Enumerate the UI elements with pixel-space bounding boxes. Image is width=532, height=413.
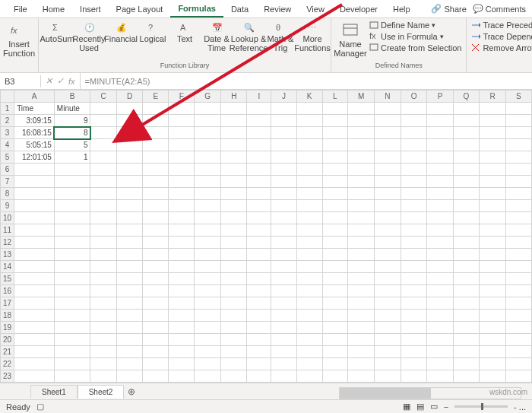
cell-M16[interactable] [348, 285, 375, 297]
cell-N12[interactable] [375, 237, 401, 249]
cell-A8[interactable] [14, 188, 55, 200]
library-logical-button[interactable]: ?Logical [138, 20, 168, 43]
cell-N5[interactable] [375, 151, 401, 164]
cell-P15[interactable] [427, 273, 453, 285]
cell-D11[interactable] [116, 224, 142, 237]
cell-B10[interactable] [54, 212, 90, 224]
cell-A5[interactable]: 12:01:05 [14, 151, 55, 164]
cell-R11[interactable] [480, 224, 505, 237]
cell-I2[interactable] [247, 115, 271, 127]
cell-N10[interactable] [375, 212, 401, 224]
cell-K20[interactable] [296, 334, 322, 346]
cell-I20[interactable] [247, 334, 271, 346]
cell-B6[interactable] [54, 164, 90, 176]
cell-H20[interactable] [221, 334, 247, 346]
row-header-15[interactable]: 15 [1, 273, 14, 285]
cell-L10[interactable] [322, 212, 347, 224]
cell-L6[interactable] [322, 164, 347, 176]
cell-Q16[interactable] [453, 285, 480, 297]
cell-D20[interactable] [116, 334, 142, 346]
cell-O8[interactable] [401, 188, 427, 200]
cell-O2[interactable] [401, 115, 427, 127]
library-math-trig-button[interactable]: θMath & Trig [265, 20, 296, 52]
cell-I19[interactable] [247, 322, 271, 334]
cell-N20[interactable] [375, 334, 401, 346]
cell-F13[interactable] [169, 249, 195, 261]
cell-Q21[interactable] [453, 346, 480, 358]
cell-H23[interactable] [221, 370, 247, 383]
cell-G14[interactable] [195, 261, 221, 273]
cell-C16[interactable] [90, 285, 116, 297]
cell-F20[interactable] [169, 334, 195, 346]
cell-S18[interactable] [505, 310, 531, 322]
cell-R10[interactable] [480, 212, 505, 224]
cell-P7[interactable] [427, 176, 453, 188]
cell-J5[interactable] [271, 151, 296, 164]
cell-C9[interactable] [90, 200, 116, 212]
cell-S5[interactable] [505, 151, 531, 164]
row-header-13[interactable]: 13 [1, 249, 14, 261]
library-recently-used-button[interactable]: 🕐Recently Used [74, 20, 104, 52]
cell-L13[interactable] [322, 249, 347, 261]
cell-G10[interactable] [195, 212, 221, 224]
cell-H5[interactable] [221, 151, 247, 164]
cell-C1[interactable] [90, 103, 116, 115]
cell-D1[interactable] [116, 103, 142, 115]
cell-A19[interactable] [14, 322, 55, 334]
tab-view[interactable]: View [299, 2, 332, 17]
cell-R2[interactable] [480, 115, 505, 127]
row-header-4[interactable]: 4 [1, 139, 14, 151]
cell-J23[interactable] [271, 370, 296, 383]
cell-L19[interactable] [322, 322, 347, 334]
row-header-11[interactable]: 11 [1, 224, 14, 237]
cell-D23[interactable] [116, 370, 142, 383]
cell-C2[interactable] [90, 115, 116, 127]
cell-F9[interactable] [169, 200, 195, 212]
cell-M10[interactable] [348, 212, 375, 224]
cell-L8[interactable] [322, 188, 347, 200]
col-header-R[interactable]: R [480, 91, 505, 103]
cell-F2[interactable] [169, 115, 195, 127]
cell-P23[interactable] [427, 370, 453, 383]
cell-H22[interactable] [221, 358, 247, 370]
cell-Q17[interactable] [453, 297, 480, 310]
cell-K21[interactable] [296, 346, 322, 358]
cell-A18[interactable] [14, 310, 55, 322]
cell-E16[interactable] [143, 285, 169, 297]
formula-input[interactable]: =MINUTE(A2:A5) [81, 75, 532, 87]
cell-F5[interactable] [169, 151, 195, 164]
col-header-Q[interactable]: Q [453, 91, 480, 103]
cell-E20[interactable] [143, 334, 169, 346]
cell-R22[interactable] [480, 358, 505, 370]
cell-N23[interactable] [375, 370, 401, 383]
cell-E17[interactable] [143, 297, 169, 310]
col-header-B[interactable]: B [54, 91, 90, 103]
sheet-tab-1[interactable]: Sheet1 [30, 385, 78, 399]
library-lookup-reference-button[interactable]: 🔍Lookup & Reference [233, 20, 264, 52]
cell-Q2[interactable] [453, 115, 480, 127]
cell-R21[interactable] [480, 346, 505, 358]
cell-P12[interactable] [427, 237, 453, 249]
cell-P6[interactable] [427, 164, 453, 176]
create-from-selection-button[interactable]: Create from Selection [368, 43, 463, 53]
cell-Q1[interactable] [453, 103, 480, 115]
cell-A11[interactable] [14, 224, 55, 237]
cell-B22[interactable] [54, 358, 90, 370]
cell-C22[interactable] [90, 358, 116, 370]
row-header-21[interactable]: 21 [1, 346, 14, 358]
cell-K22[interactable] [296, 358, 322, 370]
cell-L5[interactable] [322, 151, 347, 164]
cell-B7[interactable] [54, 176, 90, 188]
cell-K16[interactable] [296, 285, 322, 297]
cell-D4[interactable] [116, 139, 142, 151]
cell-O10[interactable] [401, 212, 427, 224]
cell-O16[interactable] [401, 285, 427, 297]
cell-Q10[interactable] [453, 212, 480, 224]
cell-L18[interactable] [322, 310, 347, 322]
cell-M15[interactable] [348, 273, 375, 285]
cell-S19[interactable] [505, 322, 531, 334]
cell-G6[interactable] [195, 164, 221, 176]
col-header-G[interactable]: G [195, 91, 221, 103]
cell-C13[interactable] [90, 249, 116, 261]
cell-J11[interactable] [271, 224, 296, 237]
